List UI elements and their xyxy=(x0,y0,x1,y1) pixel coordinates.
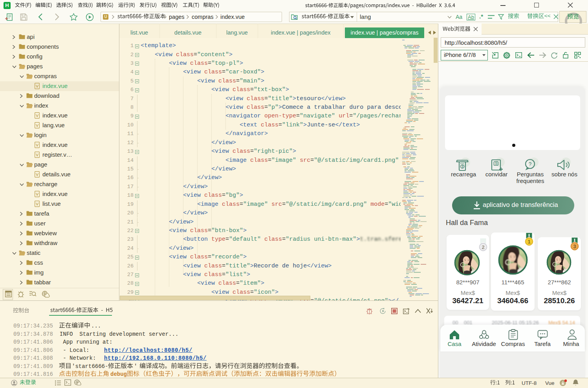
svg-text:?: ? xyxy=(529,161,532,167)
svg-text:2: 2 xyxy=(482,244,484,250)
svg-text:1: 1 xyxy=(528,239,530,245)
svg-text:$: $ xyxy=(495,161,497,165)
svg-text:$: $ xyxy=(462,165,463,168)
svg-text:3: 3 xyxy=(573,243,576,249)
